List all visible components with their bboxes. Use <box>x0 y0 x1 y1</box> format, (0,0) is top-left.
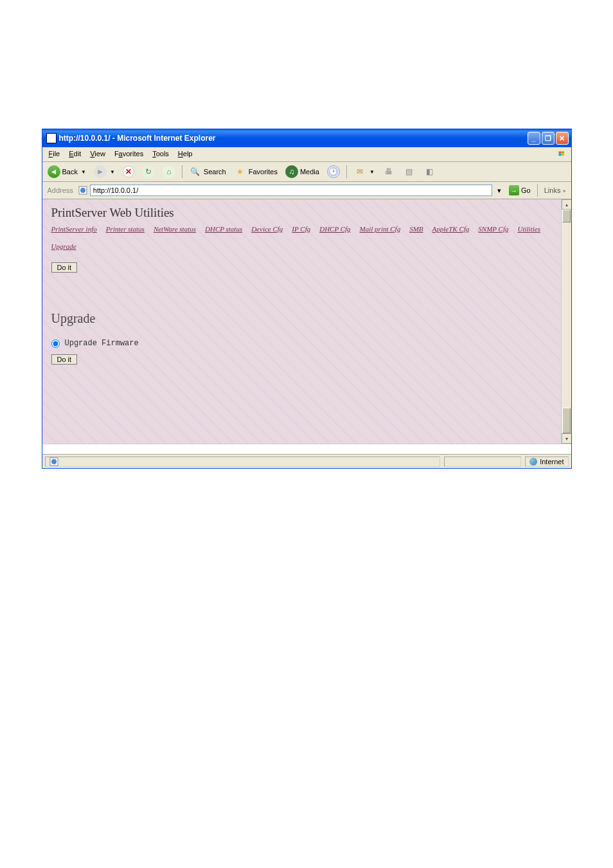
back-icon: ◄ <box>48 165 60 178</box>
discuss-icon: ◧ <box>423 165 436 178</box>
forward-button[interactable]: ► ▼ <box>91 164 118 179</box>
dropdown-icon: ▼ <box>81 169 86 175</box>
mail-icon: ✉ <box>353 165 366 178</box>
svg-rect-3 <box>561 154 564 156</box>
nav-dhcp-cfg[interactable]: DHCP Cfg <box>319 225 350 233</box>
back-button[interactable]: ◄ Back ▼ <box>45 164 89 179</box>
svg-rect-2 <box>558 154 561 156</box>
upgrade-firmware-option[interactable]: Upgrade Firmware <box>51 339 562 348</box>
media-icon: ♫ <box>285 165 298 178</box>
page-title: PrintServer Web Utilities <box>51 206 562 220</box>
scroll-up-button[interactable]: ▴ <box>562 199 571 210</box>
address-label: Address <box>45 186 76 194</box>
nav-appletk-cfg[interactable]: AppleTK Cfg <box>432 225 470 233</box>
upgrade-firmware-label: Upgrade Firmware <box>65 339 139 348</box>
address-bar: Address ▾ → Go Links » <box>42 182 571 199</box>
mail-button[interactable]: ✉▼ <box>351 164 377 179</box>
nav-printer-status[interactable]: Printer status <box>106 225 145 233</box>
menubar: File Edit View Favorites Tools Help <box>42 147 571 162</box>
menu-edit[interactable]: Edit <box>65 149 85 160</box>
menu-help[interactable]: Help <box>174 149 197 160</box>
maximize-button[interactable]: ❐ <box>542 132 555 145</box>
media-button[interactable]: ♫ Media <box>283 164 322 179</box>
star-icon: ★ <box>234 165 247 178</box>
nav-mailprint-cfg[interactable]: Mail print Cfg <box>360 225 401 233</box>
svg-rect-0 <box>558 151 561 153</box>
search-button[interactable]: 🔍 Search <box>186 164 229 179</box>
svg-point-7 <box>51 459 57 464</box>
separator <box>346 165 347 178</box>
internet-zone-icon <box>529 458 537 466</box>
toolbar: ◄ Back ▼ ► ▼ ✕ ↻ ⌂ 🔍 Search ★ Favorites … <box>42 162 571 182</box>
done-icon <box>49 457 58 466</box>
edit-button[interactable]: ▤ <box>400 164 418 179</box>
nav-ip-cfg[interactable]: IP Cfg <box>292 225 310 233</box>
gap <box>42 444 571 454</box>
window-title: http://10.0.0.1/ - Microsoft Internet Ex… <box>59 134 528 143</box>
close-button[interactable]: ✕ <box>556 132 569 145</box>
home-icon: ⌂ <box>163 165 175 178</box>
home-button[interactable]: ⌂ <box>160 164 178 179</box>
print-button[interactable]: 🖶 <box>380 164 398 179</box>
scroll-thumb-lower[interactable] <box>562 408 571 433</box>
window-controls: _ ❐ ✕ <box>528 132 569 145</box>
address-dropdown-icon[interactable]: ▾ <box>495 186 504 195</box>
history-button[interactable]: 🕑 <box>324 164 342 179</box>
refresh-button[interactable]: ↻ <box>139 164 157 179</box>
go-button[interactable]: → Go <box>506 185 533 196</box>
svg-rect-1 <box>561 151 564 153</box>
edit-icon: ▤ <box>403 165 416 178</box>
vertical-scrollbar[interactable]: ▴ ▾ <box>561 199 571 444</box>
separator <box>182 165 182 178</box>
address-input[interactable] <box>90 185 492 196</box>
ie-window: http://10.0.0.1/ - Microsoft Internet Ex… <box>42 129 572 469</box>
refresh-icon: ↻ <box>142 165 155 178</box>
menu-view[interactable]: View <box>86 149 109 160</box>
menu-file[interactable]: File <box>45 149 64 160</box>
windows-flag-icon <box>555 149 569 160</box>
nav-utilities[interactable]: Utilities <box>517 225 540 233</box>
stop-button[interactable]: ✕ <box>120 165 137 179</box>
favorites-button[interactable]: ★ Favorites <box>231 164 280 179</box>
upgrade-firmware-radio[interactable] <box>51 339 60 348</box>
ie-icon <box>46 133 57 143</box>
nav-dhcp-status[interactable]: DHCP status <box>205 225 242 233</box>
nav-device-cfg[interactable]: Device Cfg <box>251 225 283 233</box>
go-icon: → <box>509 185 519 195</box>
content-area: PrintServer Web Utilities PrintServer in… <box>42 199 571 444</box>
scroll-down-button[interactable]: ▾ <box>562 433 571 444</box>
links-button[interactable]: Links » <box>542 186 569 194</box>
nav-smb[interactable]: SMB <box>409 225 423 233</box>
scroll-thumb[interactable] <box>562 210 571 222</box>
section-title: Upgrade <box>51 311 562 326</box>
nav-row: PrintServer info Printer status NetWare … <box>51 225 562 251</box>
separator <box>537 184 538 197</box>
svg-point-5 <box>80 188 85 193</box>
forward-icon: ► <box>94 165 107 178</box>
doit-button-top[interactable]: Do it <box>51 262 78 273</box>
titlebar[interactable]: http://10.0.0.1/ - Microsoft Internet Ex… <box>42 129 571 147</box>
discuss-button[interactable]: ◧ <box>421 164 439 179</box>
dropdown-icon: ▼ <box>369 169 375 175</box>
minimize-button[interactable]: _ <box>528 132 540 145</box>
nav-netware-status[interactable]: NetWare status <box>154 225 196 233</box>
status-text <box>45 457 441 467</box>
nav-upgrade[interactable]: Upgrade <box>51 242 76 251</box>
dropdown-icon: ▼ <box>110 169 115 175</box>
status-bar: Internet <box>42 454 571 468</box>
status-progress <box>444 457 521 467</box>
status-zone: Internet <box>525 457 568 467</box>
menu-tools[interactable]: Tools <box>148 149 173 160</box>
menu-favorites[interactable]: Favorites <box>111 149 147 160</box>
stop-icon: ✕ <box>123 166 134 177</box>
print-icon: 🖶 <box>382 165 395 178</box>
page-body: PrintServer Web Utilities PrintServer in… <box>42 199 571 444</box>
nav-snmp-cfg[interactable]: SNMP Cfg <box>478 225 508 233</box>
nav-printserver-info[interactable]: PrintServer info <box>51 225 97 233</box>
history-icon: 🕑 <box>327 165 340 178</box>
doit-button-bottom[interactable]: Do it <box>51 354 78 365</box>
search-icon: 🔍 <box>189 165 202 178</box>
scroll-track[interactable] <box>562 210 571 433</box>
page-icon <box>78 186 87 195</box>
